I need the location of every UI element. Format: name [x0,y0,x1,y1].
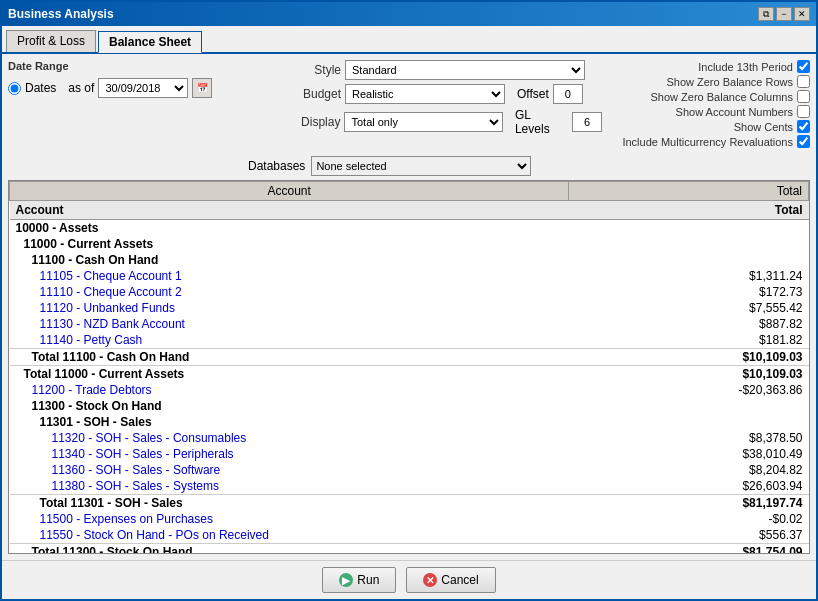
style-label: Style [286,63,341,77]
total-cell: $181.82 [569,332,809,349]
table-body: 10000 - Assets11000 - Current Assets1110… [10,220,809,555]
date-row: Dates as of 30/09/2018 📅 [8,78,278,98]
databases-select[interactable]: None selected [311,156,531,176]
multicurrency-label: Include Multicurrency Revaluations [622,136,793,148]
gl-levels-input[interactable] [572,112,602,132]
restore-button[interactable]: ⧉ [758,7,774,21]
total-cell: $172.73 [569,284,809,300]
table-row[interactable]: 11140 - Petty Cash$181.82 [10,332,809,349]
total-cell: $8,378.50 [569,430,809,446]
run-label: Run [357,573,379,587]
style-select[interactable]: Standard [345,60,585,80]
account-cell: 11550 - Stock On Hand - POs on Received [10,527,569,544]
total-cell: $26,603.94 [569,478,809,495]
right-options: Include 13th Period Show Zero Balance Ro… [610,60,810,148]
table-row[interactable]: 11340 - SOH - Sales - Peripherals$38,010… [10,446,809,462]
total-cell: $38,010.49 [569,446,809,462]
account-cell: 11500 - Expenses on Purchases [10,511,569,527]
table-row[interactable]: 11360 - SOH - Sales - Software$8,204.82 [10,462,809,478]
total-cell: $1,311.24 [569,268,809,284]
cancel-icon: ✕ [423,573,437,587]
account-cell: 10000 - Assets [10,220,569,237]
tab-profit-loss[interactable]: Profit & Loss [6,30,96,52]
account-cell: 11120 - Unbanked Funds [10,300,569,316]
offset-input[interactable] [553,84,583,104]
bottom-bar: ▶ Run ✕ Cancel [2,560,816,599]
content-area: Date Range Dates as of 30/09/2018 📅 Styl… [2,54,816,560]
date-value-select[interactable]: 30/09/2018 [98,78,188,98]
zero-balance-cols-row: Show Zero Balance Columns [651,90,810,103]
account-cell: 11110 - Cheque Account 2 [10,284,569,300]
total-cell: $8,204.82 [569,462,809,478]
account-numbers-checkbox[interactable] [797,105,810,118]
close-button[interactable]: ✕ [794,7,810,21]
total-cell: $887.82 [569,316,809,332]
left-options: Date Range Dates as of 30/09/2018 📅 [8,60,278,148]
budget-select[interactable]: Realistic [345,84,505,104]
cancel-button[interactable]: ✕ Cancel [406,567,495,593]
zero-balance-cols-checkbox[interactable] [797,90,810,103]
account-cell: Total 11100 - Cash On Hand [10,349,569,366]
col-subheader-total: Total [569,201,809,220]
show-cents-row: Show Cents [734,120,810,133]
minimize-button[interactable]: − [776,7,792,21]
show-cents-checkbox[interactable] [797,120,810,133]
account-cell: 11200 - Trade Debtors [10,382,569,398]
databases-row: Databases None selected [8,156,810,176]
total-cell: $10,109.03 [569,349,809,366]
title-bar: Business Analysis ⧉ − ✕ [2,2,816,26]
table-row[interactable]: 11200 - Trade Debtors-$20,363.86 [10,382,809,398]
table-row[interactable]: 11120 - Unbanked Funds$7,555.42 [10,300,809,316]
account-numbers-row: Show Account Numbers [676,105,810,118]
total-cell [569,398,809,414]
table-row: 11300 - Stock On Hand [10,398,809,414]
total-cell: $10,109.03 [569,366,809,383]
total-cell: -$0.02 [569,511,809,527]
total-cell [569,414,809,430]
display-select[interactable]: Total only [344,112,502,132]
zero-balance-rows-checkbox[interactable] [797,75,810,88]
databases-label: Databases [248,159,305,173]
account-cell: 11000 - Current Assets [10,236,569,252]
table-row: Total 11000 - Current Assets$10,109.03 [10,366,809,383]
dates-radio-label: Dates [25,81,56,95]
account-cell: 11100 - Cash On Hand [10,252,569,268]
multicurrency-checkbox[interactable] [797,135,810,148]
gl-levels-label: GL Levels [515,108,568,136]
total-cell: $81,754.09 [569,544,809,555]
tab-balance-sheet[interactable]: Balance Sheet [98,31,202,53]
table-row: Total 11301 - SOH - Sales$81,197.74 [10,495,809,512]
total-cell [569,252,809,268]
col-header-total: Total [569,182,809,201]
include-13th-checkbox[interactable] [797,60,810,73]
tabs-bar: Profit & Loss Balance Sheet [2,26,816,54]
table-row[interactable]: 11130 - NZD Bank Account$887.82 [10,316,809,332]
display-row: Display Total only GL Levels [286,108,602,136]
table-row[interactable]: 11105 - Cheque Account 1$1,311.24 [10,268,809,284]
table-row[interactable]: 11500 - Expenses on Purchases-$0.02 [10,511,809,527]
account-cell: 11105 - Cheque Account 1 [10,268,569,284]
zero-balance-cols-label: Show Zero Balance Columns [651,91,793,103]
run-button[interactable]: ▶ Run [322,567,396,593]
total-cell [569,220,809,237]
cancel-label: Cancel [441,573,478,587]
business-analysis-window: Business Analysis ⧉ − ✕ Profit & Loss Ba… [0,0,818,601]
total-cell: -$20,363.86 [569,382,809,398]
account-cell: 11360 - SOH - Sales - Software [10,462,569,478]
as-of-label: as of [68,81,94,95]
col-header-account: Account [10,182,569,201]
table-row[interactable]: 11320 - SOH - Sales - Consumables$8,378.… [10,430,809,446]
table-row: 11301 - SOH - Sales [10,414,809,430]
middle-options: Style Standard Budget Realistic Offset D… [286,60,602,148]
table-row[interactable]: 11380 - SOH - Sales - Systems$26,603.94 [10,478,809,495]
table-row[interactable]: 11550 - Stock On Hand - POs on Received$… [10,527,809,544]
budget-row: Budget Realistic Offset [286,84,602,104]
table-row: 10000 - Assets [10,220,809,237]
table-row[interactable]: 11110 - Cheque Account 2$172.73 [10,284,809,300]
show-cents-label: Show Cents [734,121,793,133]
data-table: Account Total Account Total 10000 - Asse… [9,181,809,554]
multicurrency-row: Include Multicurrency Revaluations [622,135,810,148]
dates-radio[interactable] [8,82,21,95]
account-numbers-label: Show Account Numbers [676,106,793,118]
calendar-button[interactable]: 📅 [192,78,212,98]
